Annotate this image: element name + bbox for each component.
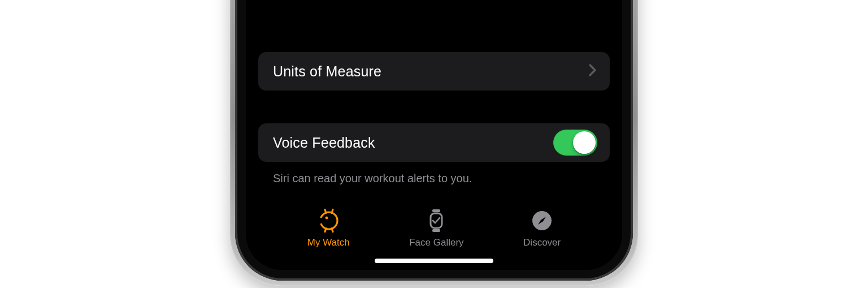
settings-content: Units of Measure Voice Feedback Siri can… [246,0,622,270]
units-of-measure-row[interactable]: Units of Measure [258,52,610,91]
tab-discover[interactable]: Discover [523,208,561,248]
tab-my-watch[interactable]: My Watch [307,208,350,248]
voice-feedback-label: Voice Feedback [273,135,375,151]
voice-feedback-row: Voice Feedback [258,123,610,162]
toggle-knob [573,131,596,154]
section-spacer [258,91,610,123]
tab-label-discover: Discover [523,237,561,248]
voice-feedback-description: Siri can read your workout alerts to you… [258,162,610,204]
units-of-measure-label: Units of Measure [273,63,381,80]
tab-face-gallery[interactable]: Face Gallery [409,208,463,248]
tab-label-my-watch: My Watch [307,237,350,248]
watch-face-icon [423,208,449,234]
phone-mockup: Units of Measure Voice Feedback Siri can… [233,0,635,282]
chevron-right-icon [588,63,597,79]
compass-icon [529,208,555,234]
svg-point-1 [326,217,328,220]
voice-feedback-toggle[interactable] [553,130,597,156]
home-indicator[interactable] [375,259,493,263]
svg-rect-3 [432,209,440,212]
watch-icon [315,208,341,234]
tab-label-face-gallery: Face Gallery [409,237,463,248]
tab-bar: My Watch Face Gallery [258,204,610,250]
svg-rect-4 [432,229,440,232]
svg-point-0 [320,212,337,229]
svg-point-6 [541,220,543,222]
phone-screen: Units of Measure Voice Feedback Siri can… [246,0,622,270]
